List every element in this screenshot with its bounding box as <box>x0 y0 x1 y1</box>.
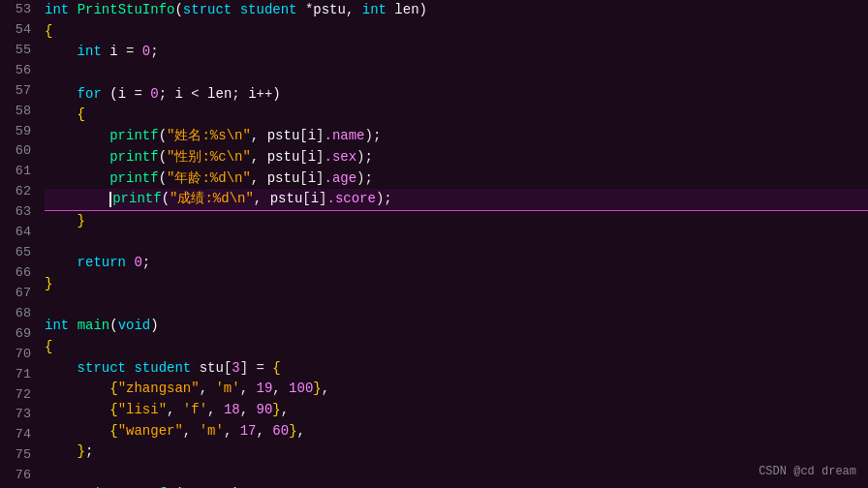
code-line-62: printf("成绩:%d\n", pstu[i].score); <box>45 189 868 211</box>
line-num-73: 73 <box>8 405 31 425</box>
line-num-56: 56 <box>8 61 31 81</box>
line-num-65: 65 <box>8 243 31 263</box>
line-num-61: 61 <box>8 162 31 182</box>
code-line-59: printf("姓名:%s\n", pstu[i].name); <box>45 126 868 147</box>
code-line-74: }; <box>45 442 868 463</box>
code-line-54: { <box>45 21 868 43</box>
line-num-58: 58 <box>8 102 31 122</box>
line-num-54: 54 <box>8 20 31 41</box>
code-line-61: printf("年龄:%d\n", pstu[i].age); <box>45 168 868 190</box>
code-line-75 <box>45 463 868 484</box>
line-num-76: 76 <box>8 466 31 486</box>
line-num-62: 62 <box>8 182 31 202</box>
code-line-70: struct student stu[3] = { <box>45 358 868 380</box>
line-num-59: 59 <box>8 122 31 142</box>
line-num-66: 66 <box>8 263 31 284</box>
line-num-57: 57 <box>8 81 31 102</box>
line-num-72: 72 <box>8 385 31 406</box>
code-line-65: return 0; <box>45 253 868 274</box>
keyword-int-53: int <box>45 0 69 21</box>
code-line-56 <box>45 63 868 84</box>
code-line-72: {"lisi", 'f', 18, 90}, <box>45 400 868 421</box>
line-num-53: 53 <box>8 0 31 20</box>
line-num-75: 75 <box>8 445 31 466</box>
watermark-text: CSDN @cd dream <box>759 465 856 478</box>
line-num-64: 64 <box>8 223 31 243</box>
code-content: int PrintStuInfo(struct student *pstu, i… <box>41 0 868 488</box>
code-line-57: for (i = 0; i < len; i++) <box>45 84 868 106</box>
code-line-64 <box>45 232 868 254</box>
watermark-bar: CSDN @cd dream <box>759 461 856 482</box>
line-num-70: 70 <box>8 345 31 365</box>
code-line-63: } <box>45 211 868 232</box>
line-num-63: 63 <box>8 202 31 223</box>
code-line-60: printf("性别:%c\n", pstu[i].sex); <box>45 147 868 168</box>
code-line-71: {"zhangsan", 'm', 19, 100}, <box>45 379 868 400</box>
code-editor: 53 54 55 56 57 58 59 60 61 62 63 64 65 6… <box>0 0 868 488</box>
code-line-67 <box>45 295 868 317</box>
function-name-53: PrintStuInfo <box>78 0 175 21</box>
code-line-58: { <box>45 105 868 126</box>
line-num-74: 74 <box>8 425 31 445</box>
line-num-71: 71 <box>8 365 31 385</box>
code-line-73: {"wanger", 'm', 17, 60}, <box>45 421 868 442</box>
line-num-68: 68 <box>8 304 31 324</box>
cursor <box>109 192 111 207</box>
code-line-55: int i = 0; <box>45 42 868 63</box>
line-num-60: 60 <box>8 141 31 162</box>
line-numbers: 53 54 55 56 57 58 59 60 61 62 63 64 65 6… <box>0 0 41 488</box>
code-line-69: { <box>45 337 868 358</box>
code-line-53: int PrintStuInfo(struct student *pstu, i… <box>45 0 868 21</box>
line-num-67: 67 <box>8 284 31 304</box>
code-line-66: } <box>45 274 868 295</box>
code-line-76: PrintStuInfo(stu, 3); <box>45 484 868 488</box>
line-num-69: 69 <box>8 324 31 345</box>
code-line-68: int main(void) <box>45 316 868 337</box>
line-num-55: 55 <box>8 41 31 61</box>
